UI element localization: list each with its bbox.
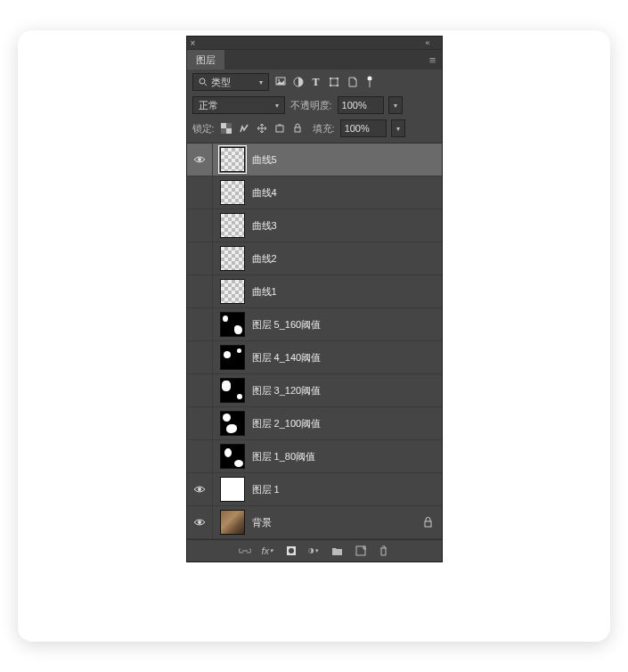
layer-thumbnail[interactable] (220, 147, 245, 172)
layer-row[interactable]: 曲线4 (187, 176, 442, 209)
delete-layer-icon[interactable] (378, 545, 390, 557)
layer-name[interactable]: 图层 1_80阈值 (252, 450, 316, 463)
filter-adjustment-icon[interactable] (292, 76, 305, 88)
tab-label: 图层 (196, 53, 216, 67)
layer-thumbnail[interactable] (220, 213, 245, 238)
svg-rect-17 (295, 127, 300, 132)
layer-thumbnail[interactable] (220, 444, 245, 469)
layer-name[interactable]: 曲线2 (252, 252, 277, 266)
visibility-toggle[interactable] (187, 506, 213, 538)
layer-fx-icon[interactable]: fx▾ (262, 545, 274, 557)
filter-shape-icon[interactable] (328, 76, 340, 88)
svg-rect-16 (276, 126, 283, 132)
layer-row[interactable]: 图层 4_140阈值 (187, 341, 442, 374)
opacity-caret[interactable]: ▾ (388, 96, 403, 114)
lock-image-icon[interactable] (238, 122, 250, 135)
panel-menu-button[interactable]: ≡ (424, 53, 442, 67)
layer-row[interactable]: 图层 2_100阈值 (187, 407, 442, 440)
layer-row[interactable]: 图层 1 (187, 473, 442, 506)
new-layer-icon[interactable] (355, 545, 367, 557)
visibility-toggle[interactable] (187, 407, 213, 439)
visibility-toggle[interactable] (187, 374, 213, 406)
fill-input[interactable]: 100% (340, 119, 387, 137)
svg-rect-15 (221, 128, 226, 134)
lock-position-icon[interactable] (256, 122, 268, 135)
visibility-toggle[interactable] (187, 341, 213, 373)
visibility-toggle[interactable] (187, 440, 213, 472)
search-icon (199, 78, 208, 86)
svg-rect-21 (425, 521, 431, 527)
layer-name[interactable]: 图层 1 (252, 483, 280, 496)
layer-row[interactable]: 背景 (187, 506, 442, 539)
filter-row: 类型 ▾ T (187, 70, 442, 96)
lock-all-icon[interactable] (291, 122, 304, 135)
lock-icons (220, 122, 304, 135)
visibility-toggle[interactable] (187, 242, 213, 275)
layer-name[interactable]: 图层 5_160阈值 (252, 318, 322, 332)
svg-point-20 (198, 520, 201, 524)
layer-thumbnail[interactable] (220, 411, 245, 436)
layer-name[interactable]: 曲线1 (252, 285, 277, 299)
filter-pixel-icon[interactable] (274, 76, 287, 88)
layer-thumbnail[interactable] (220, 246, 245, 271)
layer-row[interactable]: 曲线5 (187, 143, 442, 176)
filter-type-icon[interactable]: T (310, 76, 322, 88)
layer-name[interactable]: 背景 (252, 516, 272, 529)
svg-point-3 (278, 79, 280, 81)
layer-name[interactable]: 图层 3_120阈值 (252, 384, 322, 397)
visibility-toggle[interactable] (187, 473, 213, 505)
opacity-label: 不透明度: (290, 99, 332, 112)
layer-thumbnail[interactable] (220, 279, 245, 304)
new-adjustment-icon[interactable]: ▾ (308, 545, 321, 557)
close-icon[interactable]: × (187, 37, 200, 49)
layer-row[interactable]: 图层 5_160阈值 (187, 308, 442, 341)
svg-point-18 (198, 158, 201, 161)
lock-label: 锁定: (192, 122, 215, 135)
layer-name[interactable]: 图层 2_100阈值 (252, 417, 322, 430)
svg-rect-13 (226, 128, 232, 134)
opacity-input[interactable]: 100% (338, 96, 384, 114)
layer-row[interactable]: 曲线2 (187, 242, 442, 275)
svg-point-0 (200, 78, 205, 84)
layer-row[interactable]: 图层 1_80阈值 (187, 440, 442, 473)
visibility-toggle[interactable] (187, 209, 213, 242)
link-layers-icon[interactable] (239, 545, 251, 557)
lock-transparency-icon[interactable] (220, 122, 232, 135)
new-group-icon[interactable] (331, 545, 344, 557)
svg-point-10 (367, 77, 371, 81)
add-mask-icon[interactable] (285, 545, 298, 557)
visibility-toggle[interactable] (187, 143, 213, 176)
filter-smartobject-icon[interactable] (346, 76, 358, 88)
layer-thumbnail[interactable] (220, 378, 245, 403)
visibility-toggle[interactable] (187, 275, 213, 307)
panel-tabs: 图层 ≡ (187, 50, 442, 70)
opacity-value: 100% (342, 100, 367, 111)
tab-layers[interactable]: 图层 (187, 50, 224, 70)
layer-row[interactable]: 图层 3_120阈值 (187, 374, 442, 407)
layer-thumbnail[interactable] (220, 180, 245, 205)
visibility-toggle[interactable] (187, 308, 213, 340)
filter-label: 类型 (211, 76, 231, 89)
fill-caret[interactable]: ▾ (391, 119, 405, 137)
layer-thumbnail[interactable] (220, 312, 245, 337)
svg-rect-14 (226, 123, 232, 128)
svg-rect-5 (330, 78, 338, 86)
layer-name[interactable]: 曲线3 (252, 219, 277, 233)
blend-mode-dropdown[interactable]: 正常 ▾ (192, 96, 285, 114)
visibility-toggle[interactable] (187, 176, 213, 209)
layers-bottom-toolbar: fx▾ ▾ (187, 540, 442, 561)
layer-thumbnail[interactable] (220, 477, 245, 502)
panel-titlebar: × « (187, 37, 442, 50)
layer-thumbnail[interactable] (220, 345, 245, 370)
layer-row[interactable]: 曲线3 (187, 209, 442, 242)
layer-name[interactable]: 图层 4_140阈值 (252, 351, 322, 365)
layer-row[interactable]: 曲线1 (187, 275, 442, 308)
filter-type-dropdown[interactable]: 类型 ▾ (192, 73, 269, 91)
lock-artboard-icon[interactable] (273, 122, 286, 135)
layer-name[interactable]: 曲线5 (252, 153, 277, 167)
filter-artboard-icon[interactable] (363, 76, 376, 88)
collapse-icon[interactable]: « (426, 38, 442, 47)
layers-list: 曲线5曲线4曲线3曲线2曲线1图层 5_160阈值图层 4_140阈值图层 3_… (187, 143, 442, 540)
layer-thumbnail[interactable] (220, 510, 245, 535)
layer-name[interactable]: 曲线4 (252, 186, 277, 200)
